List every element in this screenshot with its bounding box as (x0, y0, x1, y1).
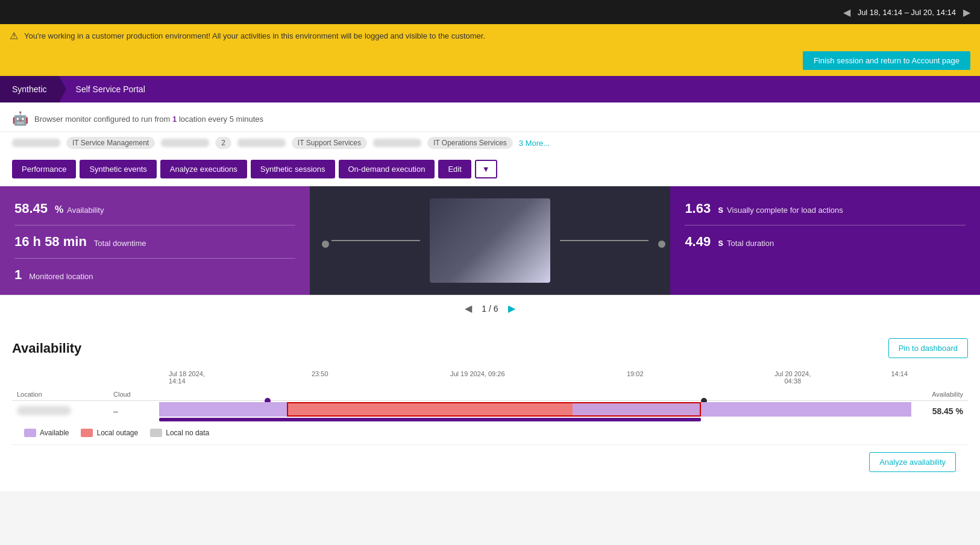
main-content: 🤖 Browser monitor configured to run from… (0, 102, 980, 491)
action-buttons: Performance Synthetic events Analyze exe… (0, 154, 980, 186)
legend-nodata: Local no data (150, 429, 209, 437)
warning-banner: ⚠ You're working in a customer productio… (0, 24, 980, 48)
bar-available-3 (573, 402, 610, 417)
synthetic-events-button[interactable]: Synthetic events (80, 160, 156, 178)
dropdown-button[interactable]: ▼ (475, 160, 497, 178)
warning-icon: ⚠ (10, 30, 18, 42)
legend: Available Local outage Local no data (12, 421, 968, 444)
next-arrow[interactable]: ▶ (963, 7, 970, 18)
tags-row: IT Service Management 2 IT Support Servi… (0, 132, 980, 154)
visually-complete-value: 1.63 (685, 201, 711, 216)
availability-label: Availability (67, 206, 104, 215)
legend-outage-label: Local outage (96, 429, 138, 437)
time-label-2: Jul 19 2024, 09:26 (399, 370, 557, 385)
total-duration-unit: s (718, 238, 723, 248)
location-link[interactable]: 1 (172, 115, 177, 124)
availability-bar (159, 402, 911, 417)
col-availability: Availability (914, 388, 968, 401)
next-page-arrow[interactable]: ▶ (508, 303, 515, 314)
availability-title: Availability (12, 341, 81, 356)
availability-unit: % (55, 204, 63, 215)
pagination: ◀ 1 / 6 ▶ (0, 295, 980, 321)
breadcrumb-synthetic-label: Synthetic (12, 84, 47, 94)
total-duration-value: 4.49 (685, 234, 711, 250)
availability-percentage: 58.45 % (932, 406, 963, 416)
locations-label: Monitored location (29, 272, 93, 281)
date-range: Jul 18, 14:14 – Jul 20, 14:14 (858, 8, 956, 17)
cloud-cell: – (108, 401, 157, 422)
stat-total-duration: 4.49 s Total duration (685, 234, 966, 250)
time-labels-row: Jul 18 2024, 14:14 23:50 Jul 19 2024, 09… (12, 370, 968, 385)
legend-available: Available (24, 429, 69, 437)
bar-available-4 (611, 402, 671, 417)
warning-text: You're working in a customer production … (24, 31, 485, 40)
bar-available-5 (671, 402, 761, 417)
page-total: 6 (494, 304, 498, 313)
stat-downtime: 16 h 58 min Total downtime (14, 234, 295, 259)
table-row: – (12, 401, 968, 422)
time-label-5: 14:14 (872, 370, 908, 385)
location-blurred (17, 406, 71, 415)
breadcrumb-nav: Synthetic Self Service Portal (0, 76, 980, 102)
breadcrumb-synthetic[interactable]: Synthetic (0, 76, 59, 102)
stats-right: 1.63 s Visually complete for load action… (670, 186, 980, 295)
finish-session-button[interactable]: Finish session and return to Account pag… (803, 51, 970, 70)
edit-button[interactable]: Edit (438, 160, 471, 178)
availability-value: 58.45 (14, 201, 48, 216)
more-tags-link[interactable]: 3 More... (519, 139, 550, 148)
bar-available-6 (761, 402, 911, 417)
time-label-3: 19:02 (556, 370, 714, 385)
timeline-container: Jul 18 2024, 14:14 23:50 Jul 19 2024, 09… (12, 370, 968, 421)
tag-blur-4 (373, 139, 421, 147)
downtime-label: Total downtime (94, 239, 146, 248)
analyze-executions-button[interactable]: Analyze executions (160, 160, 247, 178)
prev-arrow[interactable]: ◀ (843, 7, 850, 18)
legend-nodata-label: Local no data (166, 429, 209, 437)
secondary-bar-fill (159, 418, 701, 421)
finish-session-bar: Finish session and return to Account pag… (0, 48, 980, 76)
page-indicator: 1 / 6 (482, 304, 498, 313)
tag-2: 2 (215, 137, 231, 149)
legend-swatch-nodata (150, 429, 162, 437)
breadcrumb-portal-label: Self Service Portal (76, 84, 145, 94)
bar-available-2 (272, 402, 287, 417)
prev-page-arrow[interactable]: ◀ (465, 303, 472, 314)
robot-icon: 🤖 (12, 111, 28, 127)
on-demand-button[interactable]: On-demand execution (339, 160, 435, 178)
screenshot-thumb (430, 198, 550, 283)
locations-value: 1 (14, 267, 22, 283)
bar-available-1 (159, 402, 272, 417)
availability-section: Availability Pin to dashboard Jul 18 202… (0, 326, 980, 491)
bottom-actions: Analyze availability (12, 444, 968, 479)
time-label-0: Jul 18 2024, 14:14 (169, 370, 241, 385)
total-duration-label: Total duration (727, 239, 774, 248)
timeline-table: Location Cloud Availability – (12, 388, 968, 421)
analyze-availability-button[interactable]: Analyze availability (869, 452, 956, 472)
visually-complete-label: Visually complete for load actions (727, 206, 843, 215)
timeline-header: Location Cloud Availability (12, 388, 968, 401)
availability-header: Availability Pin to dashboard (12, 338, 968, 358)
downtime-value: 16 h 58 min (14, 234, 87, 250)
page-separator: / (489, 304, 494, 313)
secondary-bar-empty (701, 418, 911, 421)
availability-pct-cell: 58.45 % (914, 401, 968, 422)
stats-section: 58.45 % Availability 16 h 58 min Total d… (0, 186, 980, 295)
legend-outage: Local outage (81, 429, 138, 437)
page-current: 1 (482, 304, 486, 313)
screenshot-preview (310, 186, 671, 295)
tag-blur-2 (161, 139, 209, 147)
breadcrumb-portal[interactable]: Self Service Portal (59, 76, 157, 102)
stats-left: 58.45 % Availability 16 h 58 min Total d… (0, 186, 310, 295)
stat-locations: 1 Monitored location (14, 267, 295, 283)
time-label-1: 23:50 (241, 370, 399, 385)
tag-blur-1 (12, 139, 60, 147)
bar-cell (157, 401, 914, 422)
stat-visually-complete: 1.63 s Visually complete for load action… (685, 201, 966, 225)
secondary-bar (159, 418, 911, 421)
performance-button[interactable]: Performance (12, 160, 76, 178)
legend-swatch-outage (81, 429, 93, 437)
monitor-info: 🤖 Browser monitor configured to run from… (0, 102, 980, 132)
pin-to-dashboard-button[interactable]: Pin to dashboard (888, 338, 968, 358)
location-cell (12, 401, 108, 422)
synthetic-sessions-button[interactable]: Synthetic sessions (251, 160, 335, 178)
